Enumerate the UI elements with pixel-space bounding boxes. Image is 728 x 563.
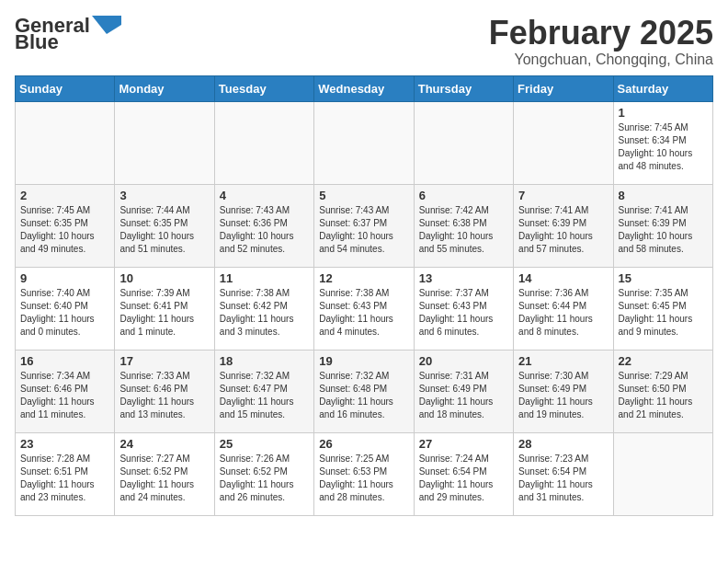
day-number: 27	[419, 437, 508, 451]
day-cell-18: 18Sunrise: 7:32 AM Sunset: 6:47 PM Dayli…	[214, 350, 313, 432]
day-info: Sunrise: 7:41 AM Sunset: 6:39 PM Dayligh…	[518, 204, 608, 256]
day-cell-25: 25Sunrise: 7:26 AM Sunset: 6:52 PM Dayli…	[214, 432, 313, 515]
weekday-header-row: SundayMondayTuesdayWednesdayThursdayFrid…	[16, 75, 713, 101]
day-info: Sunrise: 7:26 AM Sunset: 6:52 PM Dayligh…	[220, 453, 309, 504]
day-number: 19	[319, 354, 408, 368]
day-cell-11: 11Sunrise: 7:38 AM Sunset: 6:42 PM Dayli…	[214, 267, 313, 350]
day-info: Sunrise: 7:44 AM Sunset: 6:35 PM Dayligh…	[119, 204, 209, 256]
day-number: 9	[20, 271, 109, 285]
day-number: 17	[119, 354, 209, 368]
weekday-saturday: Saturday	[613, 75, 712, 101]
day-info: Sunrise: 7:28 AM Sunset: 6:51 PM Dayligh…	[20, 453, 109, 504]
svg-marker-0	[92, 16, 121, 34]
day-info: Sunrise: 7:36 AM Sunset: 6:44 PM Dayligh…	[518, 287, 608, 339]
day-info: Sunrise: 7:27 AM Sunset: 6:52 PM Dayligh…	[119, 453, 209, 504]
day-cell-24: 24Sunrise: 7:27 AM Sunset: 6:52 PM Dayli…	[115, 432, 214, 515]
weekday-monday: Monday	[115, 75, 214, 101]
day-number: 20	[419, 354, 508, 368]
day-number: 25	[220, 437, 309, 451]
day-number: 4	[220, 189, 309, 202]
day-cell-6: 6Sunrise: 7:42 AM Sunset: 6:38 PM Daylig…	[414, 184, 513, 267]
day-info: Sunrise: 7:25 AM Sunset: 6:53 PM Dayligh…	[319, 453, 408, 504]
day-number: 21	[518, 354, 608, 368]
day-info: Sunrise: 7:33 AM Sunset: 6:46 PM Dayligh…	[119, 370, 209, 421]
day-number: 8	[619, 189, 708, 202]
weekday-thursday: Thursday	[414, 75, 513, 101]
day-cell-3: 3Sunrise: 7:44 AM Sunset: 6:35 PM Daylig…	[115, 184, 214, 267]
day-info: Sunrise: 7:38 AM Sunset: 6:42 PM Dayligh…	[220, 287, 309, 339]
day-cell-26: 26Sunrise: 7:25 AM Sunset: 6:53 PM Dayli…	[314, 432, 414, 515]
day-number: 7	[518, 189, 608, 202]
day-info: Sunrise: 7:29 AM Sunset: 6:50 PM Dayligh…	[619, 370, 708, 421]
day-cell-9: 9Sunrise: 7:40 AM Sunset: 6:40 PM Daylig…	[16, 267, 115, 350]
day-number: 5	[319, 189, 408, 202]
day-number: 26	[319, 437, 408, 451]
day-cell-20: 20Sunrise: 7:31 AM Sunset: 6:49 PM Dayli…	[414, 350, 513, 432]
day-number: 11	[220, 271, 309, 285]
day-number: 28	[518, 437, 608, 451]
day-info: Sunrise: 7:45 AM Sunset: 6:35 PM Dayligh…	[20, 204, 109, 256]
day-cell-5: 5Sunrise: 7:43 AM Sunset: 6:37 PM Daylig…	[314, 184, 414, 267]
header: General Blue February 2025 Yongchuan, Ch…	[15, 15, 713, 68]
empty-cell	[214, 101, 313, 184]
day-number: 10	[119, 271, 209, 285]
logo-blue: Blue	[15, 30, 59, 53]
calendar-subtitle: Yongchuan, Chongqing, China	[489, 52, 713, 68]
empty-cell	[115, 101, 214, 184]
day-info: Sunrise: 7:34 AM Sunset: 6:46 PM Dayligh…	[20, 370, 109, 421]
weekday-wednesday: Wednesday	[314, 75, 414, 101]
day-cell-27: 27Sunrise: 7:24 AM Sunset: 6:54 PM Dayli…	[414, 432, 513, 515]
day-number: 22	[619, 354, 708, 368]
logo: General Blue	[15, 15, 121, 53]
day-info: Sunrise: 7:38 AM Sunset: 6:43 PM Dayligh…	[319, 287, 408, 339]
week-row-4: 16Sunrise: 7:34 AM Sunset: 6:46 PM Dayli…	[16, 350, 713, 432]
day-number: 12	[319, 271, 408, 285]
day-number: 15	[619, 271, 708, 285]
day-info: Sunrise: 7:24 AM Sunset: 6:54 PM Dayligh…	[419, 453, 508, 504]
day-number: 1	[619, 106, 708, 120]
day-info: Sunrise: 7:43 AM Sunset: 6:36 PM Dayligh…	[220, 204, 309, 256]
day-info: Sunrise: 7:32 AM Sunset: 6:47 PM Dayligh…	[220, 370, 309, 421]
day-cell-15: 15Sunrise: 7:35 AM Sunset: 6:45 PM Dayli…	[613, 267, 712, 350]
week-row-5: 23Sunrise: 7:28 AM Sunset: 6:51 PM Dayli…	[16, 432, 713, 515]
day-number: 14	[518, 271, 608, 285]
week-row-1: 1Sunrise: 7:45 AM Sunset: 6:34 PM Daylig…	[16, 101, 713, 184]
day-number: 18	[220, 354, 309, 368]
day-cell-1: 1Sunrise: 7:45 AM Sunset: 6:34 PM Daylig…	[613, 101, 712, 184]
week-row-2: 2Sunrise: 7:45 AM Sunset: 6:35 PM Daylig…	[16, 184, 713, 267]
day-cell-10: 10Sunrise: 7:39 AM Sunset: 6:41 PM Dayli…	[115, 267, 214, 350]
day-cell-23: 23Sunrise: 7:28 AM Sunset: 6:51 PM Dayli…	[16, 432, 115, 515]
day-cell-13: 13Sunrise: 7:37 AM Sunset: 6:43 PM Dayli…	[414, 267, 513, 350]
weekday-sunday: Sunday	[16, 75, 115, 101]
day-number: 6	[419, 189, 508, 202]
day-info: Sunrise: 7:23 AM Sunset: 6:54 PM Dayligh…	[518, 453, 608, 504]
day-number: 23	[20, 437, 109, 451]
day-number: 13	[419, 271, 508, 285]
calendar-table: SundayMondayTuesdayWednesdayThursdayFrid…	[15, 75, 713, 516]
empty-cell	[514, 101, 613, 184]
empty-cell	[414, 101, 513, 184]
day-info: Sunrise: 7:40 AM Sunset: 6:40 PM Dayligh…	[20, 287, 109, 339]
day-cell-2: 2Sunrise: 7:45 AM Sunset: 6:35 PM Daylig…	[16, 184, 115, 267]
day-number: 16	[20, 354, 109, 368]
day-info: Sunrise: 7:39 AM Sunset: 6:41 PM Dayligh…	[119, 287, 209, 339]
day-cell-17: 17Sunrise: 7:33 AM Sunset: 6:46 PM Dayli…	[115, 350, 214, 432]
day-cell-8: 8Sunrise: 7:41 AM Sunset: 6:39 PM Daylig…	[613, 184, 712, 267]
week-row-3: 9Sunrise: 7:40 AM Sunset: 6:40 PM Daylig…	[16, 267, 713, 350]
day-cell-16: 16Sunrise: 7:34 AM Sunset: 6:46 PM Dayli…	[16, 350, 115, 432]
empty-cell	[16, 101, 115, 184]
calendar-title: February 2025	[489, 15, 713, 52]
day-info: Sunrise: 7:32 AM Sunset: 6:48 PM Dayligh…	[319, 370, 408, 421]
weekday-tuesday: Tuesday	[214, 75, 313, 101]
logo-arrow-icon	[92, 16, 121, 34]
day-info: Sunrise: 7:35 AM Sunset: 6:45 PM Dayligh…	[619, 287, 708, 339]
day-cell-22: 22Sunrise: 7:29 AM Sunset: 6:50 PM Dayli…	[613, 350, 712, 432]
day-number: 2	[20, 189, 109, 202]
day-info: Sunrise: 7:42 AM Sunset: 6:38 PM Dayligh…	[419, 204, 508, 256]
day-info: Sunrise: 7:31 AM Sunset: 6:49 PM Dayligh…	[419, 370, 508, 421]
weekday-friday: Friday	[514, 75, 613, 101]
day-number: 3	[119, 189, 209, 202]
day-cell-12: 12Sunrise: 7:38 AM Sunset: 6:43 PM Dayli…	[314, 267, 414, 350]
day-info: Sunrise: 7:41 AM Sunset: 6:39 PM Dayligh…	[619, 204, 708, 256]
day-info: Sunrise: 7:45 AM Sunset: 6:34 PM Dayligh…	[619, 121, 708, 173]
